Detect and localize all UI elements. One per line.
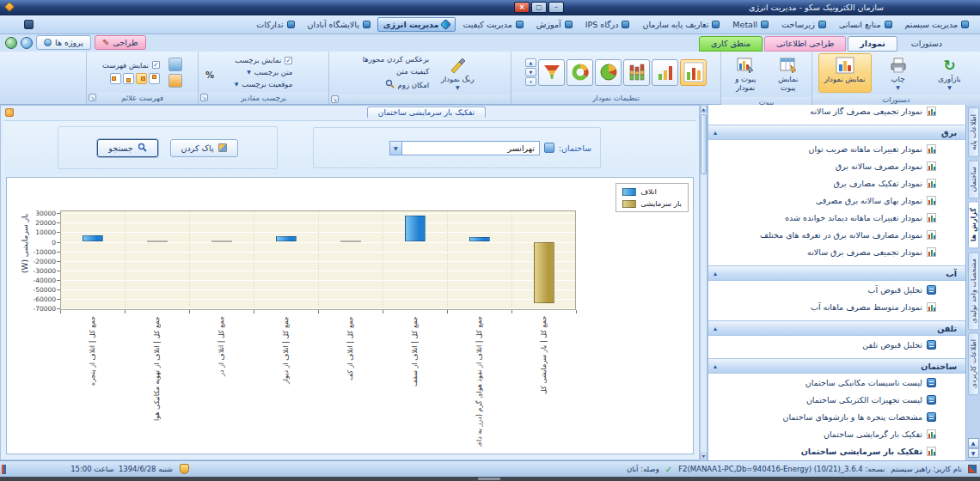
- menubar-item[interactable]: تدارکات: [250, 17, 300, 32]
- vertical-tab[interactable]: گزارش ها: [968, 201, 979, 248]
- projects-button[interactable]: پروژه ها: [36, 35, 91, 50]
- list-item[interactable]: نمودار تجمیعی مصرف گاز سالانه: [708, 105, 965, 119]
- section-header[interactable]: آب▴: [708, 265, 965, 281]
- close-icon[interactable]: ×: [514, 2, 530, 13]
- list-item[interactable]: نمودار تجمیعی مصرف برق سالانه: [708, 243, 965, 260]
- section-header[interactable]: برق▴: [708, 125, 965, 140]
- help-icon[interactable]: [21, 37, 33, 49]
- legend-pos-top-button[interactable]: [149, 73, 160, 84]
- swap-axes-option[interactable]: برعکس کردن محورها: [363, 55, 429, 64]
- building-select[interactable]: تهرانسر ▼: [389, 141, 540, 155]
- legend-pos-left-button[interactable]: [110, 73, 121, 84]
- list-item[interactable]: نمودار متوسط مصرف ماهانه آب: [708, 298, 965, 315]
- legend-style-alt-button[interactable]: [168, 74, 182, 88]
- tab-info-design[interactable]: طراحی اطلاعاتی: [764, 36, 846, 52]
- chart-color-button[interactable]: رنگ نمودار▼: [434, 53, 481, 93]
- print-button[interactable]: چاپ▼: [873, 53, 923, 93]
- minimize-icon[interactable]: –: [548, 2, 564, 13]
- legend-pos-bottom-button[interactable]: [123, 73, 134, 84]
- scroll-down-icon[interactable]: ▼: [701, 453, 707, 460]
- show-legend-option[interactable]: ✓نمایش فهرست: [102, 61, 160, 70]
- sidebar-scrollbar[interactable]: ▲ ▼: [700, 105, 707, 460]
- list-item[interactable]: تحلیل قبوض آب: [708, 281, 965, 298]
- chart-type-doughnut-button[interactable]: [567, 59, 593, 86]
- list-item[interactable]: مشخصات پنجره ها و بازشوهای ساختمان: [708, 408, 965, 425]
- menubar-item[interactable]: زیرساخت: [775, 17, 832, 32]
- chart-type-pie-button[interactable]: [595, 59, 622, 86]
- gallery-up-icon[interactable]: ▲: [525, 58, 536, 67]
- menubar-item[interactable]: منابع انسانی: [833, 17, 898, 32]
- list-item[interactable]: تفکیک بار سرمایشی ساختمان: [708, 442, 965, 460]
- clear-button[interactable]: پاک کردن: [170, 139, 238, 157]
- list-item[interactable]: لیست تاسیسات مکانیکی ساختمان: [708, 374, 965, 391]
- taskbar-button[interactable]: [478, 478, 500, 480]
- list-item[interactable]: نمودار بهای سالانه برق مصرفی: [708, 192, 965, 209]
- vertical-tab[interactable]: ساختمان: [968, 160, 979, 198]
- collapse-icon[interactable]: ▴: [714, 129, 717, 137]
- tab-commands[interactable]: دستورات: [899, 36, 954, 52]
- collapse-icon[interactable]: ▴: [714, 270, 717, 277]
- restore-icon[interactable]: ▢: [531, 2, 547, 13]
- refresh-button[interactable]: ↻ بازآوری▼: [925, 53, 975, 93]
- section-header[interactable]: تلفن▴: [708, 320, 965, 336]
- panel-tab-title[interactable]: تفکیک بار سرمایشی ساختمان: [367, 107, 486, 118]
- pin-icon[interactable]: [5, 108, 14, 117]
- menubar-item[interactable]: مدیریت سیستم: [899, 17, 975, 32]
- pivot-chart-button[interactable]: پیوت و نمودار: [725, 53, 766, 95]
- menubar-item[interactable]: پالایشگاه آبادان: [302, 17, 377, 32]
- vertical-tab[interactable]: اطلاعات کاربردی: [968, 332, 979, 395]
- menu-overflow-icon[interactable]: [24, 20, 34, 29]
- show-chart-button[interactable]: نمایش نمودار: [818, 53, 872, 93]
- building-picker-icon[interactable]: [544, 143, 554, 153]
- globe-icon[interactable]: [5, 37, 17, 49]
- menubar-item[interactable]: Metall: [726, 17, 775, 32]
- dialog-launcher-icon[interactable]: ↘: [200, 94, 208, 101]
- list-item[interactable]: تفکیک بار گرمایشی ساختمان: [708, 425, 965, 442]
- collapse-icon[interactable]: ▴: [714, 362, 717, 370]
- zoom-option[interactable]: امکان زوم: [363, 79, 429, 90]
- list-item[interactable]: تحلیل قبوض تلفن: [708, 336, 965, 353]
- design-button[interactable]: ✎ طراحی: [95, 35, 146, 50]
- dialog-launcher-icon[interactable]: ↘: [89, 94, 96, 101]
- vtabs-scroll-up-icon[interactable]: ▲: [968, 438, 979, 448]
- percent-icon[interactable]: %: [205, 70, 214, 80]
- show-label-option[interactable]: ✓نمایش برچسب: [235, 56, 293, 64]
- menubar-item[interactable]: تعاریف پایه سازمان: [636, 17, 726, 32]
- list-item[interactable]: نمودار مصرف سالانه برق: [708, 157, 965, 174]
- gallery-down-icon[interactable]: ▼: [525, 68, 536, 76]
- scroll-up-icon[interactable]: ▲: [701, 106, 707, 113]
- menubar-item[interactable]: آموزش: [530, 17, 579, 32]
- legend-pos-right-button[interactable]: [136, 73, 147, 84]
- legend-style-button[interactable]: [168, 58, 182, 71]
- tab-chart[interactable]: نمودار: [848, 36, 897, 52]
- search-button[interactable]: جستجو: [97, 139, 157, 157]
- chart-type-funnel-button[interactable]: [538, 59, 565, 86]
- app-icon[interactable]: [4, 2, 15, 13]
- text-quality-option[interactable]: کیفیت متن: [363, 67, 429, 76]
- list-item[interactable]: نمودار تغییرات ماهانه دیماند خوانده شده: [708, 209, 965, 226]
- label-position-option[interactable]: موقعیت برچسب▼: [235, 80, 293, 88]
- x-tick-mark: [318, 310, 319, 314]
- label-text-option[interactable]: متن برچسب▼: [235, 68, 293, 76]
- scrollbar-thumb[interactable]: [701, 114, 707, 174]
- list-item[interactable]: نمودار تفکیک مصارف برق: [708, 174, 965, 192]
- dialog-launcher-icon[interactable]: ↘: [331, 95, 339, 103]
- vertical-tab[interactable]: مشخصات واحد تولیدی: [968, 252, 979, 330]
- vtabs-scroll-down-icon[interactable]: ▼: [968, 448, 979, 458]
- menubar-item[interactable]: مدیریت کیفیت: [456, 17, 529, 32]
- chart-type-bar-selected-button[interactable]: [680, 59, 707, 86]
- chart-type-bar-small-button[interactable]: [652, 59, 678, 86]
- section-header[interactable]: ساختمان▴: [708, 358, 965, 374]
- collapse-icon[interactable]: ▴: [714, 325, 717, 332]
- vertical-tab[interactable]: اطلاعات پایه: [968, 107, 979, 157]
- chevron-down-icon[interactable]: ▼: [390, 142, 402, 155]
- chart-type-column-stacked-button[interactable]: [623, 59, 650, 86]
- menubar-item[interactable]: مدیریت انرژی: [377, 17, 456, 32]
- tab-business-logic[interactable]: منطق کاری: [699, 36, 763, 52]
- menubar-item[interactable]: درگاه IPS: [579, 17, 636, 32]
- list-item[interactable]: لیست تجهیزات الکتریکی ساختمان: [708, 391, 965, 408]
- list-item[interactable]: نمودار مصارف سالانه برق در تعرفه های مخت…: [708, 226, 965, 243]
- list-item[interactable]: نمودار تغییرات ماهانه ضریب توان: [708, 140, 965, 157]
- gallery-more-icon[interactable]: ▾: [525, 77, 536, 86]
- show-pivot-button[interactable]: نمایش پیوت: [768, 53, 808, 95]
